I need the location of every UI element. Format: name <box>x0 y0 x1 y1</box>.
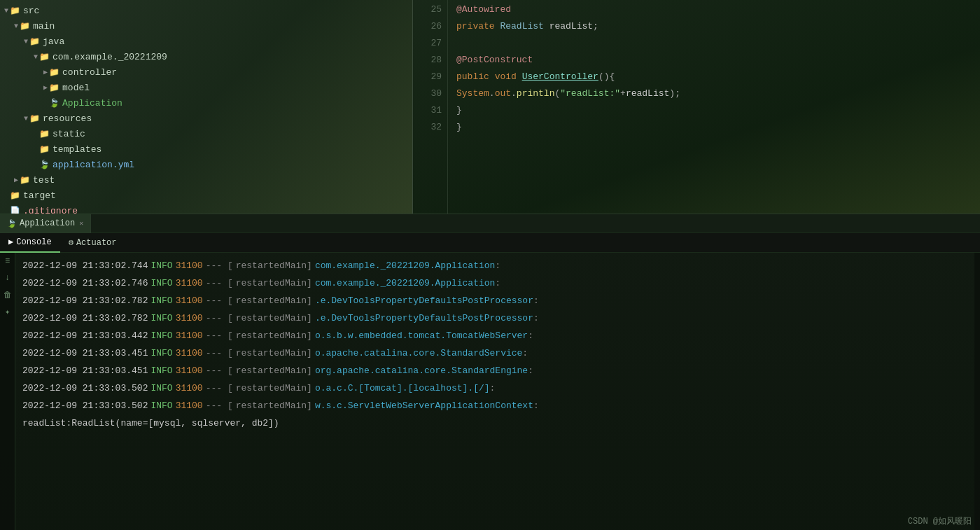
line-number: 28 <box>413 52 442 69</box>
application-tab[interactable]: 🍃 Application ✕ <box>0 214 91 233</box>
tree-item[interactable]: ▶ 📁templates <box>0 141 412 157</box>
log-line: 2022-12-09 21:33:02.746INFO31100--- [ re… <box>22 274 967 292</box>
code-content: 2526272829303132 @Autowired private Read… <box>413 0 980 214</box>
watermark: CSDN @如风暖阳 <box>908 515 972 527</box>
tree-item[interactable]: ▶ 📁controller <box>0 64 412 80</box>
code-line: } <box>456 102 972 119</box>
log-line: 2022-12-09 21:33:03.442INFO31100--- [ re… <box>22 327 967 344</box>
ide-window: ▼ 📁src▼ 📁main▼ 📁java▼ 📁com.example._2022… <box>0 0 980 530</box>
log-line: 2022-12-09 21:33:03.502INFO31100--- [ re… <box>22 397 967 414</box>
log-line: 2022-12-09 21:33:03.451INFO31100--- [ re… <box>22 362 967 379</box>
actuator-tab-label: Actuator <box>76 238 117 248</box>
sidebar-icon-4[interactable]: ✦ <box>2 306 13 317</box>
code-line: @Autowired <box>456 1 972 18</box>
line-numbers: 2526272829303132 <box>413 0 448 214</box>
spring-icon: 🍃 <box>7 219 17 228</box>
log-line: 2022-12-09 21:33:02.744INFO31100--- [ re… <box>22 257 967 274</box>
top-section: ▼ 📁src▼ 📁main▼ 📁java▼ 📁com.example._2022… <box>0 0 980 214</box>
line-number: 27 <box>413 35 442 52</box>
file-tree-content: ▼ 📁src▼ 📁main▼ 📁java▼ 📁com.example._2022… <box>0 0 412 214</box>
code-editor-panel: 2526272829303132 @Autowired private Read… <box>413 0 980 214</box>
console-tab-label: Console <box>16 237 51 247</box>
line-number: 31 <box>413 102 442 119</box>
sidebar-icon-3[interactable]: 🗑 <box>2 289 13 300</box>
console-final-line: readList:ReadList(name=[mysql, sqlserver… <box>22 414 967 432</box>
code-line: public void UserController(){ <box>456 69 972 85</box>
log-line: 2022-12-09 21:33:02.782INFO31100--- [ re… <box>22 292 967 309</box>
actuator-icon: ⚙ <box>69 237 74 248</box>
log-line: 2022-12-09 21:33:03.502INFO31100--- [ re… <box>22 379 967 397</box>
console-area: ≡ ↓ 🗑 ✦ 2022-12-09 21:33:02.744INFO31100… <box>0 253 980 530</box>
line-number: 25 <box>413 1 442 18</box>
sidebar-icon-2[interactable]: ↓ <box>2 272 13 284</box>
tree-item[interactable]: ▼ 📁src <box>0 3 412 18</box>
code-line: @PostConstruct <box>456 52 972 69</box>
console-tab-console[interactable]: ▶ Console <box>0 233 60 253</box>
console-sidebar: ≡ ↓ 🗑 ✦ <box>0 253 15 530</box>
tree-item[interactable]: ▼ 📁resources <box>0 111 412 126</box>
tree-item[interactable]: ▼ 📁java <box>0 34 412 49</box>
tree-item[interactable]: ▶ 📁target <box>0 188 412 203</box>
code-line: private ReadList readList; <box>456 18 972 35</box>
line-number: 32 <box>413 119 442 136</box>
tree-item[interactable]: ▶ 📁static <box>0 126 412 141</box>
application-tab-label: Application <box>20 218 75 228</box>
line-number: 26 <box>413 18 442 35</box>
code-line: System.out.println("readList:"+readList)… <box>456 85 972 102</box>
tree-item[interactable]: ▶ 📁test <box>0 172 412 188</box>
console-icon: ▶ <box>8 237 13 247</box>
application-tab-bar: 🍃 Application ✕ <box>0 214 980 233</box>
tree-item[interactable]: ▶ 📁model <box>0 80 412 95</box>
console-output: 2022-12-09 21:33:02.744INFO31100--- [ re… <box>15 253 974 530</box>
tree-item[interactable]: ▼ 📁com.example._20221209 <box>0 49 412 64</box>
file-tree-panel: ▼ 📁src▼ 📁main▼ 📁java▼ 📁com.example._2022… <box>0 0 413 214</box>
tree-item[interactable]: ▶ 🍃Application <box>0 95 412 111</box>
log-line: 2022-12-09 21:33:02.782INFO31100--- [ re… <box>22 309 967 327</box>
line-number: 30 <box>413 85 442 102</box>
console-scrollbar[interactable] <box>974 253 980 530</box>
sidebar-icon-1[interactable]: ≡ <box>2 256 13 267</box>
tab-close-icon[interactable]: ✕ <box>79 219 83 228</box>
code-line <box>456 35 972 52</box>
console-tab-actuator[interactable]: ⚙ Actuator <box>60 233 125 253</box>
code-lines: @Autowired private ReadList readList; @P… <box>448 0 980 214</box>
tree-item[interactable]: ▼ 📁main <box>0 18 412 34</box>
log-line: 2022-12-09 21:33:03.451INFO31100--- [ re… <box>22 344 967 362</box>
code-line: } <box>456 119 972 136</box>
line-number: 29 <box>413 69 442 85</box>
console-tab-bar: ▶ Console ⚙ Actuator <box>0 233 980 253</box>
tree-item[interactable]: ▶ 📄.gitignore <box>0 203 412 214</box>
tree-item[interactable]: ▶ 🍃application.yml <box>0 157 412 172</box>
